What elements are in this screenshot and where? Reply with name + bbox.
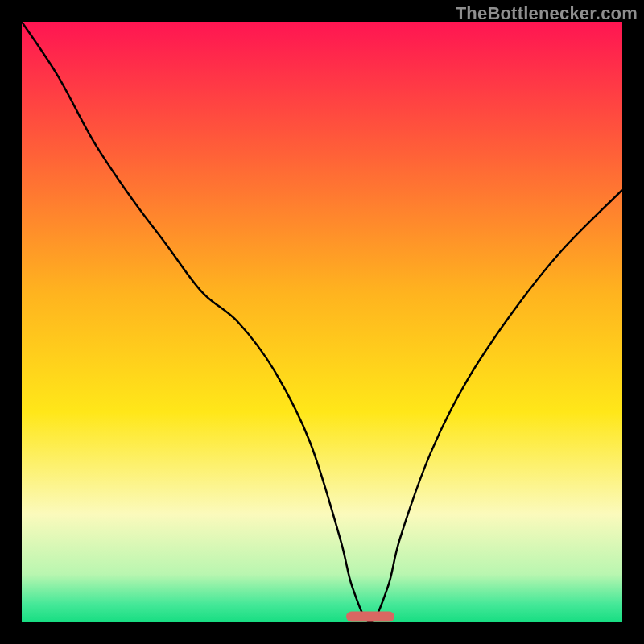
curve-layer [22,22,622,622]
plot-area [22,22,622,622]
chart-frame: TheBottlenecker.com [0,0,644,644]
optimal-marker [346,612,394,622]
bottleneck-curve [22,22,622,622]
watermark-text: TheBottlenecker.com [456,3,638,24]
